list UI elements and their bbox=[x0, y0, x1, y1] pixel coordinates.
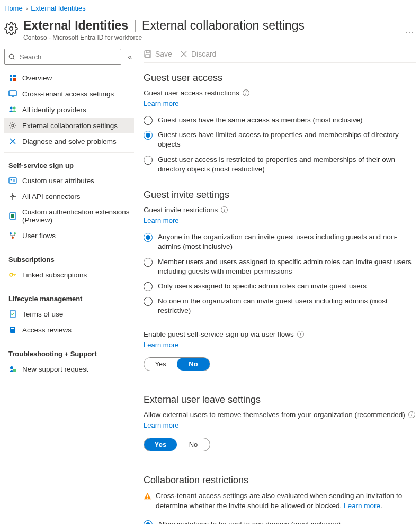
connectors-icon bbox=[8, 192, 17, 201]
section-heading-collab: Collaboration restrictions bbox=[144, 475, 416, 486]
breadcrumb-parent[interactable]: External Identities bbox=[31, 4, 85, 12]
monitor-icon bbox=[8, 89, 17, 98]
learn-more-leave[interactable]: Learn more bbox=[144, 421, 178, 429]
sidebar-item-label: All identity providers bbox=[22, 106, 86, 114]
radio-option[interactable]: Guest user access is restricted to prope… bbox=[144, 152, 416, 177]
breadcrumb-sep-icon: › bbox=[26, 5, 28, 12]
field-label-selfservice-signup: Enable guest self-service sign up via us… bbox=[144, 330, 416, 338]
toggle-yes[interactable]: Yes bbox=[144, 358, 177, 371]
svg-point-16 bbox=[12, 196, 14, 197]
svg-point-10 bbox=[13, 107, 16, 110]
sidebar-item-label: Terms of use bbox=[22, 310, 63, 318]
collapse-sidebar-button[interactable]: « bbox=[126, 50, 134, 63]
page-subtitle: Contoso - Microsoft Entra ID for workfor… bbox=[23, 34, 398, 41]
support-icon bbox=[8, 365, 17, 373]
learn-more-collab-warning[interactable]: Learn more bbox=[344, 502, 380, 510]
flow-icon bbox=[8, 231, 17, 240]
sidebar-item-diagnose[interactable]: Diagnose and solve problems bbox=[4, 133, 134, 149]
section-heading-guest-invite: Guest invite settings bbox=[144, 189, 416, 201]
sidebar-item-custom-attributes[interactable]: Custom user attributes bbox=[4, 173, 134, 188]
sidebar-item-label: Linked subscriptions bbox=[22, 271, 87, 279]
svg-rect-7 bbox=[9, 91, 16, 96]
learn-more-guest-invite[interactable]: Learn more bbox=[144, 216, 178, 224]
learn-more-selfservice[interactable]: Learn more bbox=[144, 341, 178, 349]
sidebar-item-external-collab[interactable]: External collaboration settings bbox=[4, 118, 134, 133]
radio-option[interactable]: Member users and users assigned to speci… bbox=[144, 255, 416, 279]
breadcrumb-home[interactable]: Home bbox=[4, 4, 23, 12]
breadcrumb: Home › External Identities bbox=[4, 3, 416, 16]
sidebar-item-linked-subs[interactable]: Linked subscriptions bbox=[4, 267, 134, 283]
gear-icon bbox=[4, 22, 18, 35]
sidebar-item-terms[interactable]: Terms of use bbox=[4, 306, 134, 322]
sidebar-item-label: All API connectors bbox=[22, 193, 81, 201]
sidebar-item-label: Overview bbox=[22, 74, 52, 82]
radio-option[interactable]: Anyone in the organization can invite gu… bbox=[144, 230, 416, 254]
toggle-allow-leave[interactable]: Yes No bbox=[144, 438, 210, 451]
sidebar-item-user-flows[interactable]: User flows bbox=[4, 228, 134, 243]
svg-rect-32 bbox=[146, 55, 150, 57]
search-input[interactable] bbox=[4, 49, 121, 65]
info-icon[interactable]: i bbox=[408, 411, 415, 418]
svg-point-19 bbox=[10, 232, 12, 234]
radio-group-guest-access: Guest users have the same access as memb… bbox=[144, 113, 416, 177]
svg-rect-26 bbox=[10, 327, 15, 333]
sidebar-item-cross-tenant[interactable]: Cross-tenant access settings bbox=[4, 86, 134, 102]
svg-point-28 bbox=[10, 366, 13, 369]
radio-option[interactable]: Only users assigned to specific admin ro… bbox=[144, 279, 416, 294]
info-icon[interactable]: i bbox=[243, 89, 249, 96]
key-icon bbox=[8, 270, 17, 279]
sidebar-item-label: Custom user attributes bbox=[22, 177, 94, 185]
section-heading-guest-access: Guest user access bbox=[144, 73, 416, 84]
sidebar-section-selfservice: Self-service sign up bbox=[4, 152, 134, 173]
sidebar-item-access-reviews[interactable]: Access reviews bbox=[4, 322, 134, 338]
book-icon bbox=[8, 326, 17, 334]
svg-rect-36 bbox=[147, 498, 148, 499]
more-actions-button[interactable]: … bbox=[403, 22, 416, 40]
svg-line-2 bbox=[13, 58, 15, 60]
sidebar-section-support: Troubleshooting + Support bbox=[4, 341, 134, 361]
toggle-no[interactable]: No bbox=[177, 358, 210, 371]
svg-point-11 bbox=[12, 124, 14, 127]
sidebar-item-identity-providers[interactable]: All identity providers bbox=[4, 102, 134, 118]
sidebar-item-custom-auth-extensions[interactable]: Custom authentication extensions (Previe… bbox=[4, 204, 134, 228]
sidebar-section-lifecycle: Lifecycle management bbox=[4, 286, 134, 306]
sidebar-item-label: Custom authentication extensions (Previe… bbox=[22, 208, 130, 224]
save-icon bbox=[144, 50, 152, 58]
sidebar-item-api-connectors[interactable]: All API connectors bbox=[4, 188, 134, 204]
warning-banner: Cross-tenant access settings are also ev… bbox=[144, 491, 416, 511]
svg-point-13 bbox=[11, 179, 12, 181]
radio-option[interactable]: Guest users have limited access to prope… bbox=[144, 128, 416, 152]
learn-more-guest-access[interactable]: Learn more bbox=[144, 100, 178, 107]
svg-rect-27 bbox=[11, 328, 14, 329]
save-button[interactable]: Save bbox=[144, 50, 172, 58]
field-label-guest-invite-restrictions: Guest invite restrictions i bbox=[144, 206, 416, 214]
radio-option[interactable]: No one in the organization can invite gu… bbox=[144, 294, 416, 318]
toggle-selfservice[interactable]: Yes No bbox=[144, 357, 210, 371]
svg-point-9 bbox=[10, 107, 13, 110]
svg-rect-4 bbox=[13, 75, 16, 77]
sidebar-item-label: Cross-tenant access settings bbox=[22, 90, 114, 98]
field-label-guest-access-restrictions: Guest user access restrictions i bbox=[144, 89, 416, 97]
check-doc-icon bbox=[8, 310, 17, 318]
wrench-icon bbox=[8, 137, 17, 146]
sidebar-item-label: User flows bbox=[22, 232, 56, 240]
overview-icon bbox=[8, 74, 17, 82]
sidebar-item-overview[interactable]: Overview bbox=[4, 70, 134, 86]
warning-icon bbox=[144, 492, 151, 500]
toggle-no[interactable]: No bbox=[177, 438, 210, 451]
radio-option[interactable]: Guest users have the same access as memb… bbox=[144, 113, 416, 128]
info-icon[interactable]: i bbox=[297, 331, 304, 338]
page-title: External Identities | External collabora… bbox=[23, 19, 398, 33]
svg-rect-12 bbox=[9, 178, 16, 183]
toggle-yes[interactable]: Yes bbox=[144, 438, 177, 451]
svg-point-20 bbox=[14, 232, 16, 234]
sidebar-item-new-support[interactable]: New support request bbox=[4, 361, 134, 377]
field-label-allow-leave: Allow external users to remove themselve… bbox=[144, 411, 416, 419]
radio-option[interactable]: Allow invitations to be sent to any doma… bbox=[144, 517, 416, 524]
svg-rect-29 bbox=[13, 369, 16, 372]
id-card-icon bbox=[8, 176, 17, 185]
sidebar-item-label: Access reviews bbox=[22, 326, 72, 334]
discard-button[interactable]: Discard bbox=[180, 50, 216, 58]
info-icon[interactable]: i bbox=[221, 206, 228, 213]
sidebar-item-label: Diagnose and solve problems bbox=[22, 138, 117, 146]
